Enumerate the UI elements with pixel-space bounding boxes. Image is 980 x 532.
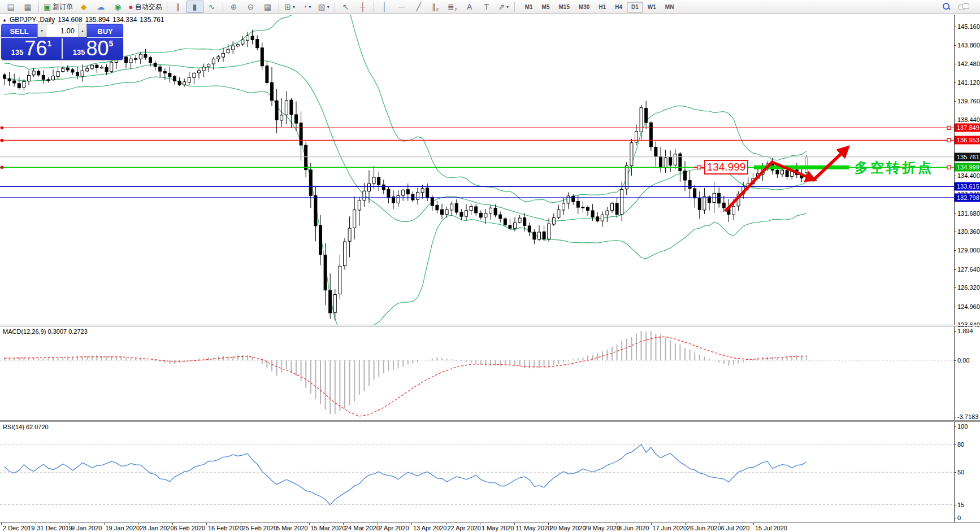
toolbar-group: ↖┼ bbox=[337, 1, 371, 13]
candle-body bbox=[71, 69, 74, 72]
timeframe-m5[interactable]: M5 bbox=[537, 2, 554, 12]
timeframe-h4[interactable]: H4 bbox=[610, 2, 627, 12]
timeframe-h1[interactable]: H1 bbox=[594, 2, 610, 12]
trend-up-arrow[interactable] bbox=[813, 148, 847, 181]
macd-chart-canvas[interactable] bbox=[0, 326, 954, 420]
sell-price[interactable]: 135 76 1 bbox=[1, 37, 62, 60]
buy-button[interactable]: BUY bbox=[87, 25, 123, 38]
collapse-arrow-icon[interactable]: ▲ bbox=[2, 18, 7, 23]
market-watch-button[interactable]: ▦ bbox=[19, 1, 36, 13]
candle-body bbox=[188, 77, 190, 82]
candle-body bbox=[149, 58, 152, 63]
candle-body bbox=[154, 63, 157, 67]
sell-price-big: 76 bbox=[24, 38, 47, 59]
candles-mode-button[interactable]: ▮ bbox=[187, 1, 203, 13]
rsi-label: RSI(14) 62.0720 bbox=[3, 424, 49, 430]
candle-body bbox=[178, 81, 181, 85]
auto-trading-button[interactable]: ●自动交易 bbox=[126, 1, 164, 13]
vertical-line-tool-button[interactable]: │ bbox=[376, 1, 393, 13]
panel-splitter-rsi[interactable] bbox=[0, 420, 980, 422]
macd-axis-tick: -3.7183 bbox=[957, 413, 978, 420]
candle-body bbox=[285, 101, 288, 115]
new-order-button[interactable]: ▣新订单 bbox=[41, 1, 75, 13]
trendline-tool-button[interactable]: ╱ bbox=[410, 1, 427, 13]
line-left-marker[interactable] bbox=[1, 127, 3, 129]
time-axis-tick-mark bbox=[617, 523, 617, 525]
sell-button[interactable]: SELL bbox=[1, 25, 37, 38]
zoom-out-button[interactable]: ⊖ bbox=[242, 1, 259, 13]
symbol-period-label: GBPJPY-,Daily bbox=[10, 16, 55, 24]
cursor-button[interactable]: ↖ bbox=[337, 1, 354, 13]
callout-marker[interactable] bbox=[697, 165, 701, 169]
text-label-tool-button[interactable]: T bbox=[478, 1, 495, 13]
ohlc-open: 134.608 bbox=[58, 16, 82, 24]
timeframe-m1[interactable]: M1 bbox=[521, 2, 537, 12]
price-callout[interactable]: 134.999 bbox=[704, 160, 748, 175]
candle-body bbox=[23, 81, 25, 87]
charts-bar-button[interactable]: ▤ bbox=[2, 1, 19, 13]
candle-body bbox=[523, 218, 526, 226]
templates-button[interactable]: ▧▾ bbox=[315, 1, 332, 13]
volume-input[interactable]: 1.00 bbox=[46, 24, 78, 37]
rsi-chart-canvas[interactable] bbox=[0, 422, 954, 522]
arrows-tool-button[interactable]: ⇗▾ bbox=[495, 1, 512, 13]
volume-decrease-button[interactable]: ▾ bbox=[38, 24, 46, 37]
chevron-down-icon[interactable]: ▾ bbox=[293, 5, 295, 10]
bars-mode-button[interactable]: ∥ bbox=[170, 1, 187, 13]
search-icon[interactable] bbox=[943, 3, 951, 11]
ohlc-low: 134.334 bbox=[112, 16, 137, 24]
terminal-button[interactable]: ☁ bbox=[92, 1, 109, 13]
metaeditor-button[interactable]: ◆ bbox=[75, 1, 92, 13]
price-axis-tick: 124.960 bbox=[957, 303, 980, 310]
chevron-down-icon[interactable]: ▾ bbox=[309, 5, 311, 10]
main-chart-canvas[interactable] bbox=[0, 15, 954, 325]
time-axis-tick-mark bbox=[104, 523, 105, 525]
candle-body bbox=[163, 72, 166, 73]
candle-body bbox=[319, 225, 322, 255]
candle-body bbox=[805, 157, 808, 173]
equidistant-channel-tool-button[interactable]: ∥E bbox=[427, 1, 444, 13]
candle-body bbox=[86, 68, 89, 71]
timeframe-mn[interactable]: MN bbox=[661, 2, 679, 12]
fibonacci-tool-button[interactable]: ≣F bbox=[444, 1, 461, 13]
chat-icon[interactable] bbox=[959, 3, 969, 11]
toolbar-separator bbox=[38, 2, 39, 12]
indicators-add-button[interactable]: ⊞▾ bbox=[281, 1, 298, 13]
timeframe-w1[interactable]: W1 bbox=[643, 2, 661, 12]
line-right-marker[interactable] bbox=[947, 138, 951, 142]
tile-windows-button[interactable]: ▦ bbox=[259, 1, 276, 13]
buy-price[interactable]: 135 80 5 bbox=[63, 37, 123, 60]
time-axis-tick-mark bbox=[411, 523, 412, 525]
volume-increase-button[interactable]: ▴ bbox=[78, 24, 86, 37]
line-left-marker[interactable] bbox=[1, 166, 3, 169]
chevron-down-icon[interactable]: ▾ bbox=[506, 5, 509, 10]
terminal-icon: ☁ bbox=[97, 2, 105, 11]
horizontal-line-tool-button[interactable]: ─ bbox=[393, 1, 410, 13]
timeframe-d1[interactable]: D1 bbox=[627, 2, 643, 12]
sell-price-pip: 1 bbox=[47, 39, 51, 48]
candle-body bbox=[314, 195, 317, 226]
candle-body bbox=[669, 157, 672, 165]
candle-body bbox=[129, 59, 132, 63]
timeframe-m15[interactable]: M15 bbox=[554, 2, 574, 12]
text-tool-button[interactable]: A bbox=[461, 1, 478, 13]
chart-title: ▲ GBPJPY-,Daily 134.608 135.894 134.334 … bbox=[2, 16, 164, 24]
line-right-marker[interactable] bbox=[947, 126, 951, 129]
candle-body bbox=[382, 185, 385, 190]
indicators-add-icon: ⊞ bbox=[284, 2, 291, 11]
panel-splitter-macd[interactable] bbox=[0, 325, 980, 326]
signals-button[interactable]: ◉ bbox=[109, 1, 126, 13]
time-axis-label: 11 May 2020 bbox=[516, 525, 552, 531]
turning-point-label[interactable]: 多空转折点 bbox=[855, 159, 934, 177]
line-mode-button[interactable]: ∿ bbox=[203, 1, 220, 13]
line-right-marker[interactable] bbox=[947, 165, 951, 169]
crosshair-button[interactable]: ┼ bbox=[354, 1, 371, 13]
time-axis-tick-mark bbox=[651, 523, 652, 525]
toolbar-separator bbox=[374, 2, 374, 12]
periods-button[interactable]: ◔▾ bbox=[298, 1, 315, 13]
zoom-in-button[interactable]: ⊕ bbox=[226, 1, 242, 13]
line-left-marker[interactable] bbox=[1, 139, 3, 142]
chevron-down-icon[interactable]: ▾ bbox=[327, 5, 329, 10]
timeframe-m30[interactable]: M30 bbox=[574, 2, 594, 12]
candle-body bbox=[110, 62, 113, 72]
